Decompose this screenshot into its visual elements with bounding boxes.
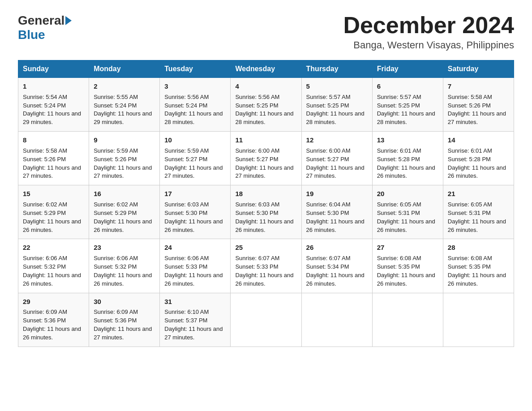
calendar-cell: 17 Sunrise: 6:03 AM Sunset: 5:30 PM Dayl…: [160, 185, 231, 239]
daylight-info: Daylight: 11 hours and 26 minutes.: [235, 272, 293, 287]
sunset-info: Sunset: 5:33 PM: [164, 263, 207, 270]
day-number: 16: [94, 189, 155, 199]
sunset-info: Sunset: 5:25 PM: [235, 102, 278, 109]
calendar-week-2: 8 Sunrise: 5:58 AM Sunset: 5:26 PM Dayli…: [18, 132, 514, 185]
calendar-header-row: SundayMondayTuesdayWednesdayThursdayFrid…: [18, 60, 514, 78]
calendar-cell: 8 Sunrise: 5:58 AM Sunset: 5:26 PM Dayli…: [18, 132, 89, 185]
calendar-cell: 27 Sunrise: 6:08 AM Sunset: 5:35 PM Dayl…: [372, 239, 443, 293]
sunrise-info: Sunrise: 6:00 AM: [306, 147, 351, 154]
sunrise-info: Sunrise: 5:59 AM: [164, 147, 209, 154]
calendar-week-3: 15 Sunrise: 6:02 AM Sunset: 5:29 PM Dayl…: [18, 185, 514, 239]
daylight-info: Daylight: 11 hours and 26 minutes.: [94, 272, 152, 287]
sunrise-info: Sunrise: 6:03 AM: [164, 201, 209, 208]
daylight-info: Daylight: 11 hours and 28 minutes.: [235, 110, 293, 125]
daylight-info: Daylight: 11 hours and 26 minutes.: [23, 272, 81, 287]
day-number: 6: [377, 81, 438, 91]
calendar-cell: 4 Sunrise: 5:56 AM Sunset: 5:25 PM Dayli…: [231, 78, 301, 132]
sunset-info: Sunset: 5:31 PM: [448, 210, 491, 216]
month-title: December 2024: [343, 13, 514, 37]
sunrise-info: Sunrise: 6:02 AM: [94, 201, 138, 208]
sunrise-info: Sunrise: 5:55 AM: [94, 94, 138, 100]
calendar-table: SundayMondayTuesdayWednesdayThursdayFrid…: [18, 60, 514, 347]
daylight-info: Daylight: 11 hours and 26 minutes.: [23, 218, 81, 233]
calendar-cell: 7 Sunrise: 5:58 AM Sunset: 5:26 PM Dayli…: [443, 78, 514, 132]
day-number: 14: [448, 135, 509, 145]
day-number: 29: [23, 297, 84, 307]
day-number: 2: [94, 81, 155, 91]
day-number: 11: [235, 135, 296, 145]
sunrise-info: Sunrise: 6:08 AM: [377, 255, 421, 261]
sunset-info: Sunset: 5:28 PM: [448, 156, 491, 163]
calendar-cell: 21 Sunrise: 6:05 AM Sunset: 5:31 PM Dayl…: [443, 185, 514, 239]
day-number: 30: [94, 297, 155, 307]
daylight-info: Daylight: 11 hours and 26 minutes.: [377, 164, 435, 180]
calendar-cell: 19 Sunrise: 6:04 AM Sunset: 5:30 PM Dayl…: [301, 185, 372, 239]
sunset-info: Sunset: 5:26 PM: [94, 156, 137, 163]
calendar-week-4: 22 Sunrise: 6:06 AM Sunset: 5:32 PM Dayl…: [18, 239, 514, 293]
daylight-info: Daylight: 11 hours and 29 minutes.: [94, 110, 152, 125]
day-number: 17: [164, 189, 226, 199]
daylight-info: Daylight: 11 hours and 27 minutes.: [235, 164, 293, 180]
daylight-info: Daylight: 11 hours and 26 minutes.: [448, 272, 506, 287]
calendar-cell: 31 Sunrise: 6:10 AM Sunset: 5:37 PM Dayl…: [160, 293, 231, 347]
day-number: 18: [235, 189, 296, 199]
calendar-cell: 3 Sunrise: 5:56 AM Sunset: 5:24 PM Dayli…: [160, 78, 231, 132]
day-number: 10: [164, 135, 226, 145]
daylight-info: Daylight: 11 hours and 27 minutes.: [164, 164, 223, 180]
sunset-info: Sunset: 5:28 PM: [377, 156, 420, 163]
calendar-cell: 10 Sunrise: 5:59 AM Sunset: 5:27 PM Dayl…: [160, 132, 231, 185]
day-number: 7: [448, 81, 509, 91]
day-number: 21: [448, 189, 509, 199]
sunset-info: Sunset: 5:24 PM: [23, 102, 66, 109]
sunset-info: Sunset: 5:27 PM: [306, 156, 349, 163]
sunset-info: Sunset: 5:30 PM: [235, 210, 278, 216]
header-wednesday: Wednesday: [231, 60, 301, 78]
day-number: 3: [164, 81, 226, 91]
daylight-info: Daylight: 11 hours and 26 minutes.: [306, 272, 365, 287]
daylight-info: Daylight: 11 hours and 27 minutes.: [164, 325, 223, 341]
calendar-cell: 28 Sunrise: 6:08 AM Sunset: 5:35 PM Dayl…: [443, 239, 514, 293]
sunset-info: Sunset: 5:36 PM: [23, 317, 66, 324]
sunset-info: Sunset: 5:31 PM: [377, 210, 420, 216]
calendar-cell: 15 Sunrise: 6:02 AM Sunset: 5:29 PM Dayl…: [18, 185, 89, 239]
daylight-info: Daylight: 11 hours and 26 minutes.: [377, 218, 435, 233]
day-number: 31: [164, 297, 226, 307]
day-number: 22: [23, 243, 84, 253]
sunrise-info: Sunrise: 6:08 AM: [448, 255, 492, 261]
day-number: 26: [306, 243, 368, 253]
calendar-cell: 24 Sunrise: 6:06 AM Sunset: 5:33 PM Dayl…: [160, 239, 231, 293]
day-number: 15: [23, 189, 84, 199]
calendar-cell: 20 Sunrise: 6:05 AM Sunset: 5:31 PM Dayl…: [372, 185, 443, 239]
daylight-info: Daylight: 11 hours and 26 minutes.: [235, 218, 293, 233]
daylight-info: Daylight: 11 hours and 28 minutes.: [377, 110, 435, 125]
sunset-info: Sunset: 5:27 PM: [235, 156, 278, 163]
calendar-cell: 22 Sunrise: 6:06 AM Sunset: 5:32 PM Dayl…: [18, 239, 89, 293]
day-number: 28: [448, 243, 509, 253]
sunset-info: Sunset: 5:24 PM: [94, 102, 137, 109]
sunset-info: Sunset: 5:33 PM: [235, 263, 278, 270]
day-number: 19: [306, 189, 368, 199]
sunset-info: Sunset: 5:30 PM: [164, 210, 207, 216]
sunrise-info: Sunrise: 5:59 AM: [94, 147, 138, 154]
calendar-cell: [301, 293, 372, 347]
header-sunday: Sunday: [18, 60, 89, 78]
sunset-info: Sunset: 5:27 PM: [164, 156, 207, 163]
day-number: 9: [94, 135, 155, 145]
sunrise-info: Sunrise: 6:05 AM: [448, 201, 492, 208]
sunrise-info: Sunrise: 5:56 AM: [235, 94, 279, 100]
daylight-info: Daylight: 11 hours and 29 minutes.: [23, 110, 81, 125]
header-saturday: Saturday: [443, 60, 514, 78]
sunset-info: Sunset: 5:35 PM: [377, 263, 420, 270]
location-text: Banga, Western Visayas, Philippines: [343, 39, 514, 51]
calendar-cell: 26 Sunrise: 6:07 AM Sunset: 5:34 PM Dayl…: [301, 239, 372, 293]
sunset-info: Sunset: 5:36 PM: [94, 317, 137, 324]
sunrise-info: Sunrise: 6:04 AM: [306, 201, 351, 208]
calendar-cell: 5 Sunrise: 5:57 AM Sunset: 5:25 PM Dayli…: [301, 78, 372, 132]
header-friday: Friday: [372, 60, 443, 78]
daylight-info: Daylight: 11 hours and 27 minutes.: [94, 164, 152, 180]
calendar-cell: 30 Sunrise: 6:09 AM Sunset: 5:36 PM Dayl…: [89, 293, 160, 347]
sunrise-info: Sunrise: 5:56 AM: [164, 94, 209, 100]
calendar-week-5: 29 Sunrise: 6:09 AM Sunset: 5:36 PM Dayl…: [18, 293, 514, 347]
day-number: 13: [377, 135, 438, 145]
daylight-info: Daylight: 11 hours and 27 minutes.: [94, 325, 152, 341]
